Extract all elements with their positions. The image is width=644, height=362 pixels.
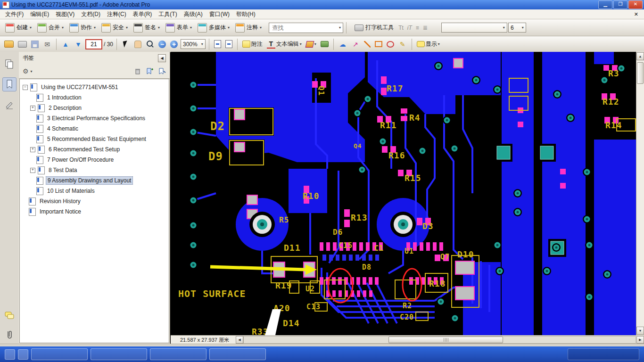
- taskbar-button[interactable]: [150, 348, 206, 360]
- bookmark-item-7[interactable]: 7 Power On/Off Procedure: [20, 155, 169, 165]
- comment-button[interactable]: 注释▾: [233, 22, 264, 34]
- scrolling-mode-button[interactable]: [213, 39, 223, 49]
- new-bookmark-icon[interactable]: [145, 67, 154, 75]
- sign-button[interactable]: 签名▾: [131, 22, 162, 34]
- dropdown-arrow-icon[interactable]: ▾: [339, 25, 341, 30]
- multimedia-button[interactable]: 多媒体▾: [195, 22, 232, 34]
- bookmarks-panel-button[interactable]: [2, 77, 17, 91]
- bookmark-item-12[interactable]: Important Notice: [20, 206, 169, 217]
- zoom-in-button[interactable]: +: [169, 40, 179, 49]
- secure-button[interactable]: 安全▾: [99, 22, 130, 34]
- paragraph-spacing-button[interactable]: ≣: [421, 24, 429, 32]
- bookmark-item-1[interactable]: 1 Introduction: [20, 92, 169, 103]
- stamp-button[interactable]: [319, 40, 330, 48]
- bookmark-item-8[interactable]: +8 Test Data: [20, 165, 169, 175]
- typewriter-format-select[interactable]: ▾: [441, 23, 507, 33]
- single-page-button[interactable]: [224, 39, 234, 49]
- rectangle-tool[interactable]: [373, 40, 384, 48]
- save-button[interactable]: [30, 40, 40, 49]
- next-view-button[interactable]: ▼: [73, 39, 84, 49]
- arrow-tool[interactable]: ↗: [350, 39, 361, 49]
- hand-tool[interactable]: [133, 40, 143, 49]
- page-number-input[interactable]: [85, 39, 102, 49]
- select-tool[interactable]: [120, 39, 132, 49]
- quick-launch-icon[interactable]: [18, 349, 28, 360]
- document-view[interactable]: D2D9R17R4R11R16R15R3R12R14R10R5R13D3D6Q4…: [171, 52, 636, 335]
- find-input[interactable]: [271, 24, 339, 32]
- scroll-left-icon[interactable]: ◀: [236, 336, 243, 344]
- show-comments-button[interactable]: 显示▾: [415, 39, 441, 49]
- bookmark-item-2[interactable]: +2 Description: [20, 103, 169, 113]
- expand-node-icon[interactable]: +: [30, 147, 35, 152]
- quick-launch-icon[interactable]: [5, 349, 15, 360]
- menu-item-5[interactable]: 表单(R): [130, 9, 156, 19]
- signatures-panel-button[interactable]: [3, 98, 16, 111]
- forms-button[interactable]: 表单▾: [163, 22, 194, 34]
- bookmark-item-4[interactable]: 4 Schematic: [20, 123, 169, 134]
- collapse-panel-button[interactable]: ◀: [158, 54, 166, 62]
- vertical-scrollbar[interactable]: ▲ ▼: [636, 52, 644, 335]
- zoom-level-select[interactable]: 300%▾: [181, 39, 206, 49]
- restore-button[interactable]: ❐: [613, 0, 627, 9]
- email-button[interactable]: ✉: [41, 39, 53, 49]
- collaborate-button[interactable]: 协作▾: [67, 22, 98, 34]
- menu-item-4[interactable]: 注释(C): [104, 9, 130, 19]
- taskbar-button[interactable]: [209, 348, 266, 360]
- delete-bookmark-icon[interactable]: [134, 67, 141, 75]
- font-size-select[interactable]: 6 ▾: [508, 23, 526, 33]
- scroll-right-icon[interactable]: ▶: [636, 336, 644, 344]
- bookmark-item-3[interactable]: 3 Electrical Performance Specifications: [20, 113, 169, 123]
- increase-text-size-button[interactable]: iT: [406, 24, 413, 32]
- options-gear-icon[interactable]: ⚙: [23, 67, 29, 75]
- taskbar-button[interactable]: [31, 348, 88, 360]
- menu-item-6[interactable]: 工具(T): [155, 9, 180, 19]
- highlight-button[interactable]: ▾: [305, 40, 318, 49]
- scroll-up-icon[interactable]: ▲: [636, 52, 644, 60]
- bookmark-item-5[interactable]: 5 Recommended Basic Test Equipment: [20, 134, 169, 144]
- typewriter-tool-button[interactable]: 打字机工具: [352, 22, 396, 33]
- sticky-note-button[interactable]: 附注: [241, 39, 264, 49]
- expand-node-icon[interactable]: +: [30, 168, 35, 173]
- combine-button[interactable]: 合并▾: [35, 22, 66, 34]
- bookmark-item-0[interactable]: −Using the UCC27714EVM-551: [20, 82, 169, 92]
- scroll-down-icon[interactable]: ▼: [636, 327, 644, 335]
- menu-item-8[interactable]: 窗口(W): [206, 9, 233, 19]
- previous-view-button[interactable]: ▲: [60, 39, 71, 49]
- vertical-scroll-thumb[interactable]: [637, 62, 644, 84]
- menu-item-1[interactable]: 编辑(E): [27, 9, 52, 19]
- horizontal-scroll-thumb[interactable]: [388, 337, 503, 343]
- text-edits-button[interactable]: T文本编辑▾: [265, 39, 303, 49]
- line-tool[interactable]: [363, 40, 372, 49]
- marquee-zoom-tool[interactable]: [144, 39, 156, 49]
- taskbar-button[interactable]: [91, 348, 147, 360]
- print-button[interactable]: [17, 40, 28, 49]
- bookmark-item-9[interactable]: 9 Assembly Drawings and Layout: [20, 175, 169, 186]
- attachments-panel-button[interactable]: [3, 329, 16, 342]
- pencil-tool[interactable]: ✎: [397, 39, 408, 49]
- page-thumbnails-panel-button[interactable]: [3, 58, 16, 71]
- close-document-icon[interactable]: ✕: [630, 11, 642, 17]
- open-button[interactable]: [3, 40, 15, 49]
- bookmark-item-6[interactable]: +6 Recommended Test Setup: [20, 144, 169, 155]
- bookmark-item-11[interactable]: Revision History: [20, 196, 169, 206]
- expand-node-icon[interactable]: +: [30, 106, 35, 111]
- minimize-button[interactable]: ▁: [598, 0, 612, 9]
- dropdown-arrow-icon[interactable]: ▾: [31, 69, 33, 74]
- oval-tool[interactable]: [385, 40, 396, 49]
- menu-item-3[interactable]: 文档(D): [78, 9, 104, 19]
- menu-item-0[interactable]: 文件(F): [2, 9, 27, 19]
- create-button[interactable]: 创建▾: [3, 22, 34, 34]
- line-spacing-button[interactable]: ≡: [414, 24, 421, 32]
- menu-item-2[interactable]: 视图(V): [52, 9, 78, 19]
- collapse-node-icon[interactable]: −: [23, 85, 28, 90]
- decrease-text-size-button[interactable]: Tt: [397, 24, 405, 32]
- cloud-tool[interactable]: ☁: [337, 39, 348, 49]
- horizontal-scrollbar[interactable]: [243, 336, 636, 344]
- close-button[interactable]: ✕: [628, 0, 643, 9]
- zoom-out-button[interactable]: −: [157, 40, 167, 49]
- comments-panel-button[interactable]: [3, 309, 16, 322]
- expand-current-bookmark-icon[interactable]: [157, 67, 166, 75]
- bookmark-item-10[interactable]: 10 List of Materials: [20, 186, 169, 196]
- menu-item-7[interactable]: 高级(A): [181, 9, 206, 19]
- menu-item-9[interactable]: 帮助(H): [233, 9, 259, 19]
